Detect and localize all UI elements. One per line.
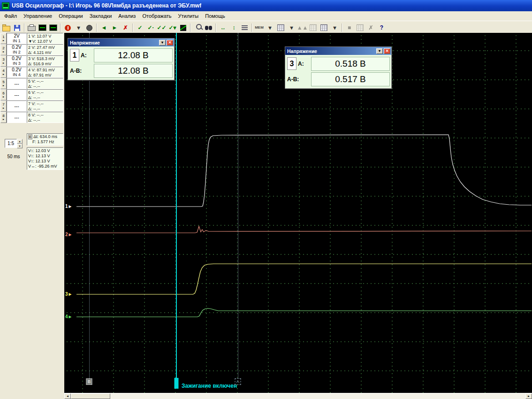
verify-single-button[interactable]: ✓· (145, 23, 156, 33)
channel-3-zero-marker[interactable]: 3► (65, 292, 72, 297)
mem-button[interactable]: MEM (254, 23, 265, 33)
table-view-button[interactable] (319, 23, 329, 33)
marker-a-handle[interactable]: А (235, 378, 241, 385)
channel-4-button[interactable]: 4▸ (0, 67, 7, 78)
channel-7-range-cell[interactable]: --- (7, 100, 27, 112)
channel-5-range-cell[interactable]: --- (7, 78, 27, 89)
open-file-button[interactable] (1, 23, 12, 33)
menu-item-1[interactable]: Файл (1, 12, 20, 20)
delete-bookmark-button[interactable]: ✗ (120, 23, 131, 33)
voltage-panel-2[interactable]: Напряжение ▾ ✕ 3 A: 0.518 В А-В: 0.517 В (285, 46, 392, 89)
stop-acquisition-button-icon (65, 25, 71, 31)
channel-3-input-label: IN 3 (13, 61, 21, 66)
help-button[interactable]: ? (376, 23, 387, 33)
save-button[interactable] (12, 23, 23, 33)
channel-1-button[interactable]: 1▸ (0, 33, 7, 44)
ignition-cursor-line[interactable] (176, 33, 177, 378)
stats-box: V↕: 12.03 VV↕: 12.13 VV↕: 12.13 VV↔: -95… (27, 147, 63, 170)
toolbar-separator (251, 23, 252, 32)
channel-2-range-cell[interactable]: 0.2VIN 2 (7, 44, 27, 55)
stop-options-caret[interactable]: ▾ (73, 23, 84, 33)
spin-up-icon[interactable]: ▲ (17, 139, 23, 144)
scope-area[interactable]: 1►2►3►4►ВЗажигание включенА Напряжение ▾… (64, 33, 532, 393)
verify-all-button[interactable]: ✓✓ (156, 23, 167, 33)
record-button[interactable] (84, 23, 95, 33)
verify-options-button[interactable]: ✓▾ (167, 23, 178, 33)
report-button[interactable] (275, 23, 286, 33)
save-button-icon (14, 25, 20, 31)
stop-acquisition-button[interactable] (62, 23, 73, 33)
scroll-left-button[interactable]: ◄ (64, 393, 71, 399)
compression-value[interactable]: 1:5 (5, 139, 17, 148)
channel-1-zero-marker[interactable]: 1► (65, 204, 72, 209)
menu-item-2[interactable]: Управление (20, 12, 55, 20)
help-button-icon: ? (380, 25, 383, 31)
scroll-right-button[interactable]: ► (525, 393, 532, 399)
voltage-panel-1-body: 1 A: 12.08 В А-В: 12.08 В (68, 46, 174, 80)
voltage-panel-2-collapse-icon[interactable]: ▾ (376, 48, 383, 54)
marker-a-line[interactable] (238, 33, 238, 378)
channel-5-number: 5 (2, 80, 4, 84)
channel-7-button[interactable]: 7▸ (0, 100, 7, 112)
channel-1-range-cell[interactable]: 2VIN 1 (7, 33, 27, 44)
channel-3-range-cell[interactable]: 0.2VIN 3 (7, 55, 27, 67)
channel-3-button[interactable]: 3▸ (0, 55, 7, 67)
search-button[interactable] (203, 23, 214, 33)
voltage-panel-1-collapse-icon[interactable]: ▾ (159, 40, 166, 46)
compression-spinner[interactable]: 1:5 ▲ ▼ (5, 139, 23, 148)
mem-options-caret[interactable]: ▾ (265, 23, 275, 33)
voltage-panel-1-titlebar[interactable]: Напряжение ▾ ✕ (68, 38, 174, 46)
spin-down-icon[interactable]: ▼ (17, 144, 23, 148)
hscroll-thumb[interactable] (71, 393, 110, 399)
voltage-panel-1[interactable]: Напряжение ▾ ✕ 1 A: 12.08 В А-В: 12.08 В (68, 38, 175, 80)
channel-4-range-cell[interactable]: 0.2VIN 4 (7, 67, 27, 78)
marker-b-line[interactable] (89, 33, 90, 378)
channel-1-measurements: 1 V: 12.07 V▼V: 12.07 V (27, 33, 63, 44)
channel-2-zero-marker[interactable]: 2► (65, 232, 72, 237)
grid-view-button (308, 23, 319, 33)
voltage-panel-1-close-icon[interactable]: ✕ (167, 40, 173, 46)
hscroll-track[interactable] (110, 393, 525, 399)
channel-2-input-label: IN 2 (13, 50, 21, 55)
voltage-panel-2-close-icon[interactable]: ✕ (384, 48, 390, 54)
markers-list-button[interactable] (239, 23, 250, 33)
menu-item-3[interactable]: Операции (55, 12, 86, 20)
menu-item-7[interactable]: Утилиты (175, 12, 202, 20)
channel-5-range: --- (15, 81, 19, 86)
toolbar-separator (190, 23, 191, 32)
menu-item-8[interactable]: Помощь (202, 12, 228, 20)
verify-button[interactable]: ✓ (135, 23, 145, 33)
channel-5-measurements: 5 V: --.--Δ: --.-- (27, 78, 63, 89)
print-button[interactable] (26, 23, 37, 33)
report-options-caret[interactable]: ▾ (286, 23, 297, 33)
table-options-caret[interactable]: ▾ (329, 23, 340, 33)
stat-line-1: V↕: 12.03 V (28, 148, 63, 153)
channel-2-button[interactable]: 2▸ (0, 44, 7, 55)
marker-b-handle[interactable]: В (86, 378, 92, 385)
fit-vertical-button[interactable]: ↕ (228, 23, 239, 33)
fit-horizontal-button-icon: ↔ (220, 25, 226, 31)
voltage-panel-1-title: Напряжение (70, 40, 158, 46)
menu-item-4[interactable]: Закладки (86, 12, 115, 20)
next-bookmark-button[interactable]: ► (109, 23, 120, 33)
diagonal-tool-button[interactable] (178, 23, 189, 33)
voltmeter-panel-button[interactable] (37, 23, 48, 33)
prev-bookmark-button[interactable]: ◄ (99, 23, 109, 33)
horizontal-scrollbar[interactable]: ◄ ► (64, 393, 532, 399)
menu-item-6[interactable]: Отображать (139, 12, 175, 20)
ignition-cursor-handle[interactable] (175, 378, 179, 389)
channel-8-range-cell[interactable]: --- (7, 112, 27, 123)
voltage-panel-2-titlebar[interactable]: Напряжение ▾ ✕ (285, 47, 391, 55)
channel-1-range: 2V (14, 33, 19, 38)
channel-5-button[interactable]: 5▸ (0, 78, 7, 89)
channel-8-button[interactable]: 8▸ (0, 112, 7, 123)
verify-all-button-icon: ✓✓ (157, 25, 166, 31)
channel-4-zero-marker[interactable]: 4► (65, 315, 72, 319)
channel-6-range-cell[interactable]: --- (7, 89, 27, 100)
zoom-button[interactable] (192, 23, 203, 33)
channel-8-delta: Δ: --.-- (28, 118, 63, 123)
channel-6-button[interactable]: 6▸ (0, 89, 7, 100)
oscillogram-panel-button[interactable] (48, 23, 59, 33)
fit-horizontal-button[interactable]: ↔ (218, 23, 228, 33)
menu-item-5[interactable]: Анализ (115, 12, 139, 20)
